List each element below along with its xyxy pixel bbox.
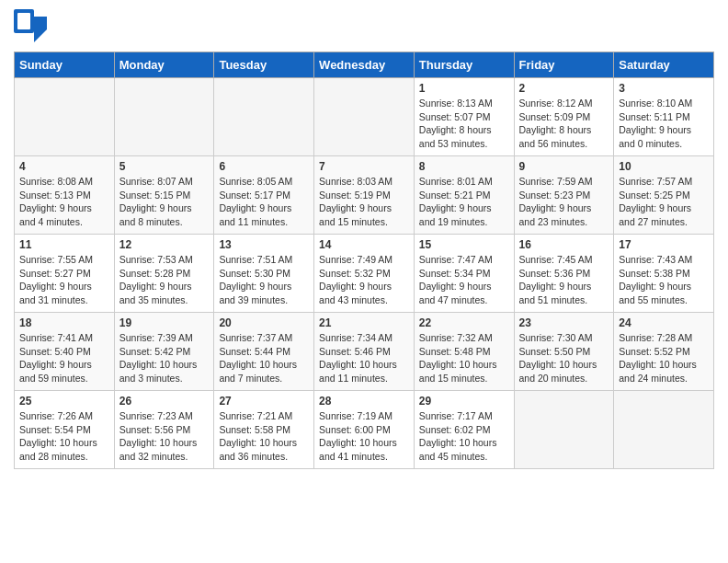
calendar-cell: 28Sunrise: 7:19 AMSunset: 6:00 PMDayligh…: [314, 391, 415, 469]
cell-info: Sunrise: 7:28 AMSunset: 5:52 PMDaylight:…: [619, 331, 709, 385]
day-number: 11: [19, 238, 109, 251]
weekday-header-friday: Friday: [514, 52, 614, 78]
cell-info: Sunrise: 7:53 AMSunset: 5:28 PMDaylight:…: [119, 253, 210, 307]
calendar-table: SundayMondayTuesdayWednesdayThursdayFrid…: [14, 52, 714, 469]
calendar-cell: 15Sunrise: 7:47 AMSunset: 5:34 PMDayligh…: [414, 235, 514, 313]
calendar-cell: [114, 78, 214, 156]
day-number: 4: [19, 160, 109, 173]
day-number: 7: [319, 160, 409, 173]
calendar-cell: 22Sunrise: 7:32 AMSunset: 5:48 PMDayligh…: [414, 313, 514, 391]
day-number: 8: [419, 160, 509, 173]
cell-info: Sunrise: 8:08 AMSunset: 5:13 PMDaylight:…: [19, 175, 109, 229]
calendar-cell: 20Sunrise: 7:37 AMSunset: 5:44 PMDayligh…: [214, 313, 314, 391]
weekday-header-tuesday: Tuesday: [214, 52, 314, 78]
calendar-cell: 11Sunrise: 7:55 AMSunset: 5:27 PMDayligh…: [15, 235, 115, 313]
calendar-cell: 26Sunrise: 7:23 AMSunset: 5:56 PMDayligh…: [114, 391, 214, 469]
day-number: 17: [619, 238, 709, 251]
weekday-header-wednesday: Wednesday: [314, 52, 415, 78]
calendar-cell: 4Sunrise: 8:08 AMSunset: 5:13 PMDaylight…: [15, 156, 115, 235]
calendar-cell: 3Sunrise: 8:10 AMSunset: 5:11 PMDaylight…: [614, 78, 714, 156]
page-header: [14, 9, 714, 46]
cell-info: Sunrise: 7:49 AMSunset: 5:32 PMDaylight:…: [319, 253, 409, 307]
calendar-cell: [214, 78, 314, 156]
day-number: 12: [119, 238, 210, 251]
day-number: 16: [519, 238, 609, 251]
calendar-cell: 23Sunrise: 7:30 AMSunset: 5:50 PMDayligh…: [514, 313, 614, 391]
weekday-header-saturday: Saturday: [614, 52, 714, 78]
cell-info: Sunrise: 7:45 AMSunset: 5:36 PMDaylight:…: [519, 253, 609, 307]
day-number: 20: [219, 316, 309, 329]
calendar-cell: 19Sunrise: 7:39 AMSunset: 5:42 PMDayligh…: [114, 313, 214, 391]
calendar-cell: 7Sunrise: 8:03 AMSunset: 5:19 PMDaylight…: [314, 156, 415, 235]
day-number: 9: [519, 160, 609, 173]
cell-info: Sunrise: 7:30 AMSunset: 5:50 PMDaylight:…: [519, 331, 609, 385]
cell-info: Sunrise: 7:23 AMSunset: 5:56 PMDaylight:…: [119, 409, 210, 464]
day-number: 3: [619, 82, 709, 95]
calendar-cell: 12Sunrise: 7:53 AMSunset: 5:28 PMDayligh…: [114, 235, 214, 313]
cell-info: Sunrise: 8:13 AMSunset: 5:07 PMDaylight:…: [419, 97, 509, 151]
calendar-cell: 29Sunrise: 7:17 AMSunset: 6:02 PMDayligh…: [414, 391, 514, 469]
cell-info: Sunrise: 7:51 AMSunset: 5:30 PMDaylight:…: [219, 253, 309, 307]
calendar-row: 18Sunrise: 7:41 AMSunset: 5:40 PMDayligh…: [15, 313, 714, 391]
cell-info: Sunrise: 8:03 AMSunset: 5:19 PMDaylight:…: [319, 175, 409, 229]
svg-marker-2: [34, 17, 47, 29]
cell-info: Sunrise: 7:43 AMSunset: 5:38 PMDaylight:…: [619, 253, 709, 307]
day-number: 27: [219, 395, 309, 408]
day-number: 23: [519, 316, 609, 329]
calendar-cell: 27Sunrise: 7:21 AMSunset: 5:58 PMDayligh…: [214, 391, 314, 469]
day-number: 2: [519, 82, 609, 95]
cell-info: Sunrise: 7:57 AMSunset: 5:25 PMDaylight:…: [619, 175, 709, 229]
day-number: 29: [419, 395, 509, 408]
day-number: 10: [619, 160, 709, 173]
cell-info: Sunrise: 7:37 AMSunset: 5:44 PMDaylight:…: [219, 331, 309, 385]
calendar-row: 11Sunrise: 7:55 AMSunset: 5:27 PMDayligh…: [15, 235, 714, 313]
cell-info: Sunrise: 7:26 AMSunset: 5:54 PMDaylight:…: [19, 409, 109, 464]
cell-info: Sunrise: 7:59 AMSunset: 5:23 PMDaylight:…: [519, 175, 609, 229]
day-number: 19: [119, 316, 210, 329]
calendar-cell: 14Sunrise: 7:49 AMSunset: 5:32 PMDayligh…: [314, 235, 415, 313]
weekday-header-row: SundayMondayTuesdayWednesdayThursdayFrid…: [15, 52, 714, 78]
calendar-row: 4Sunrise: 8:08 AMSunset: 5:13 PMDaylight…: [15, 156, 714, 235]
calendar-cell: 8Sunrise: 8:01 AMSunset: 5:21 PMDaylight…: [414, 156, 514, 235]
cell-info: Sunrise: 8:07 AMSunset: 5:15 PMDaylight:…: [119, 175, 210, 229]
calendar-cell: 1Sunrise: 8:13 AMSunset: 5:07 PMDaylight…: [414, 78, 514, 156]
cell-info: Sunrise: 7:41 AMSunset: 5:40 PMDaylight:…: [19, 331, 109, 385]
cell-info: Sunrise: 7:32 AMSunset: 5:48 PMDaylight:…: [419, 331, 509, 385]
calendar-cell: [15, 78, 115, 156]
cell-info: Sunrise: 7:55 AMSunset: 5:27 PMDaylight:…: [19, 253, 109, 307]
day-number: 1: [419, 82, 509, 95]
cell-info: Sunrise: 7:34 AMSunset: 5:46 PMDaylight:…: [319, 331, 409, 385]
day-number: 25: [19, 395, 109, 408]
calendar-cell: 24Sunrise: 7:28 AMSunset: 5:52 PMDayligh…: [614, 313, 714, 391]
weekday-header-thursday: Thursday: [414, 52, 514, 78]
calendar-row: 1Sunrise: 8:13 AMSunset: 5:07 PMDaylight…: [15, 78, 714, 156]
calendar-cell: 25Sunrise: 7:26 AMSunset: 5:54 PMDayligh…: [15, 391, 115, 469]
svg-rect-1: [17, 13, 30, 29]
calendar-cell: 5Sunrise: 8:07 AMSunset: 5:15 PMDaylight…: [114, 156, 214, 235]
calendar-cell: [314, 78, 415, 156]
weekday-header-monday: Monday: [114, 52, 214, 78]
cell-info: Sunrise: 8:10 AMSunset: 5:11 PMDaylight:…: [619, 97, 709, 151]
calendar-row: 25Sunrise: 7:26 AMSunset: 5:54 PMDayligh…: [15, 391, 714, 469]
cell-info: Sunrise: 7:19 AMSunset: 6:00 PMDaylight:…: [319, 409, 409, 464]
calendar-cell: 21Sunrise: 7:34 AMSunset: 5:46 PMDayligh…: [314, 313, 415, 391]
calendar-cell: 13Sunrise: 7:51 AMSunset: 5:30 PMDayligh…: [214, 235, 314, 313]
day-number: 5: [119, 160, 210, 173]
cell-info: Sunrise: 7:47 AMSunset: 5:34 PMDaylight:…: [419, 253, 509, 307]
cell-info: Sunrise: 7:17 AMSunset: 6:02 PMDaylight:…: [419, 409, 509, 464]
cell-info: Sunrise: 8:12 AMSunset: 5:09 PMDaylight:…: [519, 97, 609, 151]
day-number: 24: [619, 316, 709, 329]
calendar-cell: [514, 391, 614, 469]
logo-icon: [14, 9, 47, 46]
calendar-cell: 17Sunrise: 7:43 AMSunset: 5:38 PMDayligh…: [614, 235, 714, 313]
calendar-cell: 9Sunrise: 7:59 AMSunset: 5:23 PMDaylight…: [514, 156, 614, 235]
day-number: 15: [419, 238, 509, 251]
day-number: 22: [419, 316, 509, 329]
day-number: 28: [319, 395, 409, 408]
cell-info: Sunrise: 7:39 AMSunset: 5:42 PMDaylight:…: [119, 331, 210, 385]
calendar-cell: 2Sunrise: 8:12 AMSunset: 5:09 PMDaylight…: [514, 78, 614, 156]
day-number: 21: [319, 316, 409, 329]
logo: [14, 9, 51, 46]
day-number: 13: [219, 238, 309, 251]
day-number: 26: [119, 395, 210, 408]
